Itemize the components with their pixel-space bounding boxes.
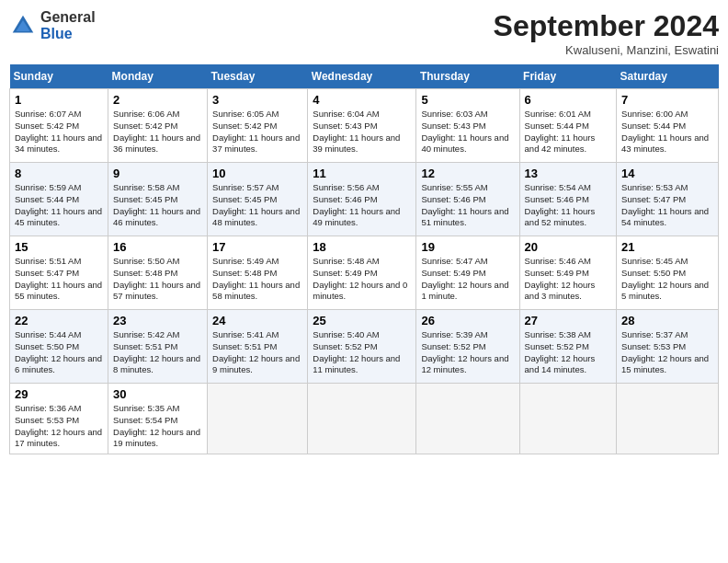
cell-info: Sunrise: 5:41 AMSunset: 5:51 PMDaylight:… xyxy=(212,329,300,374)
calendar-cell: 6 Sunrise: 6:01 AMSunset: 5:44 PMDayligh… xyxy=(519,89,616,163)
calendar-cell: 10 Sunrise: 5:57 AMSunset: 5:45 PMDaylig… xyxy=(208,163,308,236)
cell-info: Sunrise: 5:46 AMSunset: 5:49 PMDaylight:… xyxy=(525,256,596,301)
day-number: 8 xyxy=(15,167,103,180)
day-number: 17 xyxy=(212,240,302,254)
day-number: 3 xyxy=(212,93,302,107)
calendar-cell: 29 Sunrise: 5:36 AMSunset: 5:53 PMDaylig… xyxy=(10,384,108,454)
calendar-row: 8 Sunrise: 5:59 AMSunset: 5:44 PMDayligh… xyxy=(10,163,719,236)
header-row: Sunday Monday Tuesday Wednesday Thursday… xyxy=(10,64,719,89)
calendar-cell: 12 Sunrise: 5:55 AMSunset: 5:46 PMDaylig… xyxy=(416,163,519,236)
cell-info: Sunrise: 5:59 AMSunset: 5:44 PMDaylight:… xyxy=(15,182,102,227)
cell-info: Sunrise: 5:37 AMSunset: 5:53 PMDaylight:… xyxy=(621,329,709,374)
day-number: 6 xyxy=(525,93,611,107)
cell-info: Sunrise: 5:51 AMSunset: 5:47 PMDaylight:… xyxy=(15,256,102,301)
location: Kwaluseni, Manzini, Eswatini xyxy=(494,43,719,57)
cell-info: Sunrise: 5:48 AMSunset: 5:49 PMDaylight:… xyxy=(313,256,407,301)
day-number: 7 xyxy=(621,93,713,107)
calendar-cell xyxy=(208,384,308,454)
cell-info: Sunrise: 5:55 AMSunset: 5:46 PMDaylight:… xyxy=(421,182,508,227)
logo-blue: Blue xyxy=(40,26,73,41)
day-number: 18 xyxy=(313,240,411,254)
calendar-cell: 7 Sunrise: 6:00 AMSunset: 5:44 PMDayligh… xyxy=(617,89,719,163)
day-number: 14 xyxy=(621,167,713,180)
cell-info: Sunrise: 5:45 AMSunset: 5:50 PMDaylight:… xyxy=(621,256,709,301)
calendar-cell: 27 Sunrise: 5:38 AMSunset: 5:52 PMDaylig… xyxy=(519,310,616,384)
calendar-cell: 4 Sunrise: 6:04 AMSunset: 5:43 PMDayligh… xyxy=(308,89,416,163)
col-monday: Monday xyxy=(108,64,208,89)
calendar-cell xyxy=(519,384,616,454)
cell-info: Sunrise: 5:53 AMSunset: 5:47 PMDaylight:… xyxy=(621,182,709,227)
day-number: 12 xyxy=(421,167,514,180)
cell-info: Sunrise: 6:06 AMSunset: 5:42 PMDaylight:… xyxy=(113,109,200,154)
calendar-cell: 2 Sunrise: 6:06 AMSunset: 5:42 PMDayligh… xyxy=(108,89,208,163)
logo-icon xyxy=(9,12,37,40)
calendar-cell: 17 Sunrise: 5:49 AMSunset: 5:48 PMDaylig… xyxy=(208,236,308,310)
day-number: 28 xyxy=(621,314,713,327)
day-number: 13 xyxy=(525,167,611,180)
cell-info: Sunrise: 6:04 AMSunset: 5:43 PMDaylight:… xyxy=(313,109,400,154)
day-number: 9 xyxy=(113,167,202,180)
title-block: September 2024 Kwaluseni, Manzini, Eswat… xyxy=(494,9,719,57)
calendar-cell: 28 Sunrise: 5:37 AMSunset: 5:53 PMDaylig… xyxy=(617,310,719,384)
day-number: 10 xyxy=(212,167,302,180)
calendar-cell: 21 Sunrise: 5:45 AMSunset: 5:50 PMDaylig… xyxy=(617,236,719,310)
calendar-cell: 8 Sunrise: 5:59 AMSunset: 5:44 PMDayligh… xyxy=(10,163,108,236)
day-number: 30 xyxy=(113,387,202,401)
col-saturday: Saturday xyxy=(617,64,719,89)
calendar-cell xyxy=(617,384,719,454)
col-friday: Friday xyxy=(519,64,616,89)
day-number: 26 xyxy=(421,314,514,327)
cell-info: Sunrise: 5:38 AMSunset: 5:52 PMDaylight:… xyxy=(525,329,596,374)
calendar-cell: 3 Sunrise: 6:05 AMSunset: 5:42 PMDayligh… xyxy=(208,89,308,163)
col-thursday: Thursday xyxy=(416,64,519,89)
day-number: 1 xyxy=(15,93,103,107)
calendar-cell: 20 Sunrise: 5:46 AMSunset: 5:49 PMDaylig… xyxy=(519,236,616,310)
day-number: 4 xyxy=(313,93,411,107)
day-number: 22 xyxy=(15,314,103,327)
calendar-cell: 5 Sunrise: 6:03 AMSunset: 5:43 PMDayligh… xyxy=(416,89,519,163)
cell-info: Sunrise: 6:07 AMSunset: 5:42 PMDaylight:… xyxy=(15,109,102,154)
cell-info: Sunrise: 5:56 AMSunset: 5:46 PMDaylight:… xyxy=(313,182,400,227)
day-number: 16 xyxy=(113,240,202,254)
calendar-cell: 1 Sunrise: 6:07 AMSunset: 5:42 PMDayligh… xyxy=(10,89,108,163)
cell-info: Sunrise: 5:35 AMSunset: 5:54 PMDaylight:… xyxy=(113,403,200,448)
calendar-cell: 30 Sunrise: 5:35 AMSunset: 5:54 PMDaylig… xyxy=(108,384,208,454)
calendar-cell xyxy=(308,384,416,454)
calendar-cell: 14 Sunrise: 5:53 AMSunset: 5:47 PMDaylig… xyxy=(617,163,719,236)
logo-general: General xyxy=(40,9,96,25)
calendar-cell: 13 Sunrise: 5:54 AMSunset: 5:46 PMDaylig… xyxy=(519,163,616,236)
day-number: 2 xyxy=(113,93,202,107)
cell-info: Sunrise: 5:57 AMSunset: 5:45 PMDaylight:… xyxy=(212,182,300,227)
calendar-cell: 19 Sunrise: 5:47 AMSunset: 5:49 PMDaylig… xyxy=(416,236,519,310)
calendar-cell: 24 Sunrise: 5:41 AMSunset: 5:51 PMDaylig… xyxy=(208,310,308,384)
cell-info: Sunrise: 6:05 AMSunset: 5:42 PMDaylight:… xyxy=(212,109,300,154)
calendar-cell: 11 Sunrise: 5:56 AMSunset: 5:46 PMDaylig… xyxy=(308,163,416,236)
cell-info: Sunrise: 5:44 AMSunset: 5:50 PMDaylight:… xyxy=(15,329,102,374)
calendar-row: 1 Sunrise: 6:07 AMSunset: 5:42 PMDayligh… xyxy=(10,89,719,163)
cell-info: Sunrise: 5:50 AMSunset: 5:48 PMDaylight:… xyxy=(113,256,200,301)
col-sunday: Sunday xyxy=(10,64,108,89)
calendar-cell: 15 Sunrise: 5:51 AMSunset: 5:47 PMDaylig… xyxy=(10,236,108,310)
col-wednesday: Wednesday xyxy=(308,64,416,89)
day-number: 19 xyxy=(421,240,514,254)
calendar-cell: 25 Sunrise: 5:40 AMSunset: 5:52 PMDaylig… xyxy=(308,310,416,384)
calendar-row: 29 Sunrise: 5:36 AMSunset: 5:53 PMDaylig… xyxy=(10,384,719,454)
cell-info: Sunrise: 5:36 AMSunset: 5:53 PMDaylight:… xyxy=(15,403,102,448)
day-number: 24 xyxy=(212,314,302,327)
cell-info: Sunrise: 6:01 AMSunset: 5:44 PMDaylight:… xyxy=(525,109,596,154)
logo: General Blue xyxy=(9,9,96,41)
day-number: 29 xyxy=(15,387,103,401)
calendar-row: 22 Sunrise: 5:44 AMSunset: 5:50 PMDaylig… xyxy=(10,310,719,384)
page-header: General Blue September 2024 Kwaluseni, M… xyxy=(9,9,719,57)
day-number: 20 xyxy=(525,240,611,254)
cell-info: Sunrise: 5:42 AMSunset: 5:51 PMDaylight:… xyxy=(113,329,200,374)
calendar-cell xyxy=(416,384,519,454)
day-number: 21 xyxy=(621,240,713,254)
col-tuesday: Tuesday xyxy=(208,64,308,89)
cell-info: Sunrise: 6:00 AMSunset: 5:44 PMDaylight:… xyxy=(621,109,709,154)
calendar-table: Sunday Monday Tuesday Wednesday Thursday… xyxy=(9,64,719,454)
day-number: 5 xyxy=(421,93,514,107)
day-number: 23 xyxy=(113,314,202,327)
day-number: 27 xyxy=(525,314,611,327)
calendar-cell: 23 Sunrise: 5:42 AMSunset: 5:51 PMDaylig… xyxy=(108,310,208,384)
